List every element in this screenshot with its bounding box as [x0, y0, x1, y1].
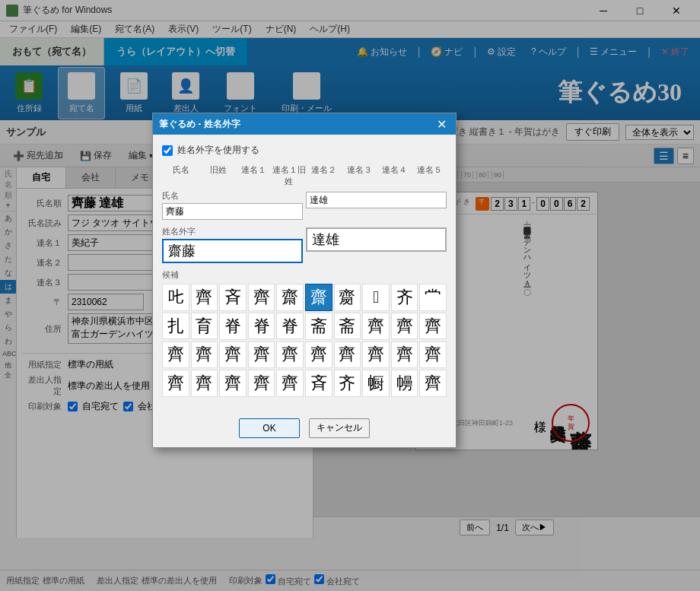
dialog-close-button[interactable]: ✕	[434, 117, 450, 132]
dialog-ok-button[interactable]: OK	[239, 418, 300, 438]
candidate-21[interactable]: 齊	[191, 342, 218, 369]
candidate-28[interactable]: 齊	[391, 342, 418, 369]
candidate-14[interactable]: 脊	[276, 313, 304, 340]
gaiji-label: 姓名外字	[162, 226, 303, 237]
dialog-title: 筆ぐるめ - 姓名外字	[159, 118, 240, 131]
gaiji-dialog: 筆ぐるめ - 姓名外字 ✕ 姓名外字を使用する 氏名 旧姓 連名１ 連名１旧姓 …	[152, 113, 457, 447]
col-ren3: 連名３	[342, 164, 376, 187]
candidate-4[interactable]: 齋	[276, 284, 304, 311]
candidate-8[interactable]: 齐	[391, 284, 418, 311]
col-shimei: 氏名	[162, 164, 200, 187]
dialog-titlebar: 筆ぐるめ - 姓名外字 ✕	[153, 113, 456, 135]
candidate-15[interactable]: 斋	[305, 313, 332, 340]
dialog-overlay: 筆ぐるめ - 姓名外字 ✕ 姓名外字を使用する 氏名 旧姓 連名１ 連名１旧姓 …	[0, 0, 700, 591]
candidate-22[interactable]: 齊	[219, 342, 247, 369]
candidate-2[interactable]: 斉	[219, 284, 247, 311]
candidate-31[interactable]: 齊	[191, 370, 218, 397]
use-gaiji-label[interactable]: 姓名外字を使用する	[177, 144, 259, 157]
col-ren5: 連名５	[413, 164, 447, 187]
candidate-37[interactable]: 㡡	[362, 370, 390, 397]
candidate-35[interactable]: 斉	[305, 370, 332, 397]
candidate-16[interactable]: 斋	[334, 313, 361, 340]
candidate-25[interactable]: 齊	[305, 342, 332, 369]
gaiji-input2[interactable]	[306, 227, 447, 252]
candidate-1[interactable]: 齊	[191, 284, 218, 311]
candidate-33[interactable]: 齊	[248, 370, 275, 397]
gaiji-input1[interactable]	[162, 239, 303, 263]
col-ren4: 連名４	[377, 164, 411, 187]
candidate-0[interactable]: 𠮟	[162, 284, 189, 311]
dialog-name-input1[interactable]	[162, 203, 303, 220]
dialog-name-col2	[306, 190, 447, 220]
candidate-3[interactable]: 齊	[248, 284, 275, 311]
dialog-checkbox-row: 姓名外字を使用する	[162, 144, 447, 157]
dialog-name-input2[interactable]	[306, 192, 447, 208]
candidate-32[interactable]: 齊	[219, 370, 247, 397]
col-kyusei: 旧姓	[202, 164, 235, 187]
col-ren2: 連名２	[307, 164, 341, 187]
candidates-label: 候補	[162, 269, 447, 281]
candidate-17[interactable]: 齊	[362, 313, 390, 340]
dialog-name-row: 氏名	[162, 190, 447, 220]
candidate-24[interactable]: 齊	[276, 342, 304, 369]
col-ren1kyu: 連名１旧姓	[272, 164, 306, 187]
candidate-9[interactable]: 龸	[419, 284, 447, 311]
dialog-name-col1: 氏名	[162, 190, 303, 220]
candidate-6[interactable]: 齌	[334, 284, 361, 311]
dialog-table-header: 氏名 旧姓 連名１ 連名１旧姓 連名２ 連名３ 連名４ 連名５	[162, 164, 447, 187]
candidate-11[interactable]: 育	[191, 313, 218, 340]
candidate-34[interactable]: 齊	[276, 370, 304, 397]
name-col-label: 氏名	[162, 190, 303, 202]
candidate-20[interactable]: 齊	[162, 342, 189, 369]
dialog-cancel-button[interactable]: キャンセル	[309, 418, 370, 438]
candidate-30[interactable]: 齊	[162, 370, 189, 397]
candidate-12[interactable]: 脊	[219, 313, 247, 340]
dialog-content: 姓名外字を使用する 氏名 旧姓 連名１ 連名１旧姓 連名２ 連名３ 連名４ 連名…	[153, 135, 456, 411]
dialog-gaiji-row: 姓名外字	[162, 226, 447, 263]
candidate-27[interactable]: 齊	[362, 342, 390, 369]
candidate-5[interactable]: 齋	[305, 284, 332, 311]
candidates-grid: 𠮟 齊 斉 齊 齋 齋 齌 𪗐 齐 龸 扎 育 脊 脊 脊 斋 斋 齊 齊 齊	[162, 284, 447, 396]
candidate-23[interactable]: 齊	[248, 342, 275, 369]
candidate-10[interactable]: 扎	[162, 313, 189, 340]
candidate-26[interactable]: 齊	[334, 342, 361, 369]
candidate-39[interactable]: 齊	[419, 370, 447, 397]
col-ren1: 連名１	[237, 164, 270, 187]
candidate-19[interactable]: 齊	[419, 313, 447, 340]
candidate-7[interactable]: 𪗐	[362, 284, 390, 311]
candidate-36[interactable]: 齐	[334, 370, 361, 397]
candidate-18[interactable]: 齊	[391, 313, 418, 340]
gaiji-col2	[306, 226, 447, 263]
gaiji-col1: 姓名外字	[162, 226, 303, 263]
dialog-buttons: OK キャンセル	[153, 412, 456, 447]
use-gaiji-checkbox[interactable]	[162, 145, 173, 156]
candidate-13[interactable]: 脊	[248, 313, 275, 340]
candidate-29[interactable]: 齊	[419, 342, 447, 369]
candidate-38[interactable]: 㡢	[391, 370, 418, 397]
